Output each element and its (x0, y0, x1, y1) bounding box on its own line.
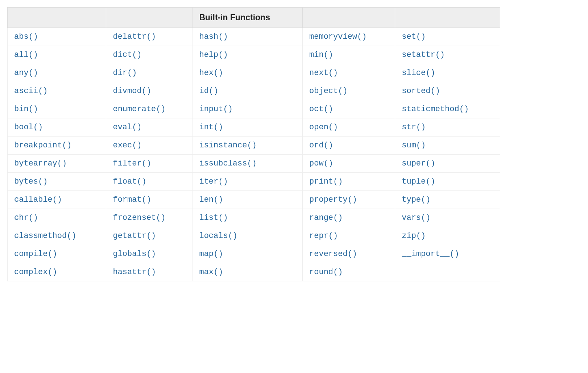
table-row: bytes()float()iter()print()tuple() (8, 173, 500, 191)
function-link[interactable]: frozenset() (113, 213, 165, 222)
function-link[interactable]: divmod() (113, 87, 151, 96)
function-link[interactable]: next() (309, 68, 338, 77)
function-link[interactable]: set() (402, 32, 426, 41)
function-cell: bytes() (8, 173, 106, 191)
function-link[interactable]: delattr() (113, 32, 156, 41)
function-cell: issubclass() (192, 155, 303, 173)
builtin-functions-table: Built-in Functions abs()delattr()hash()m… (7, 7, 500, 281)
function-link[interactable]: filter() (113, 159, 151, 168)
function-link[interactable]: enumerate() (113, 105, 165, 114)
function-link[interactable]: memoryview() (309, 32, 367, 41)
function-link[interactable]: eval() (113, 123, 141, 132)
function-link[interactable]: tuple() (402, 177, 435, 186)
function-link[interactable]: oct() (309, 105, 333, 114)
function-cell: input() (192, 100, 303, 118)
function-link[interactable]: bytes() (14, 177, 47, 186)
function-link[interactable]: any() (14, 68, 38, 77)
function-link[interactable]: min() (309, 50, 333, 59)
function-link[interactable]: str() (402, 123, 426, 132)
function-cell: format() (106, 191, 192, 209)
function-link[interactable]: complex() (14, 268, 57, 277)
function-link[interactable]: locals() (199, 231, 237, 240)
table-header-row: Built-in Functions (8, 8, 500, 28)
function-link[interactable]: ord() (309, 141, 333, 150)
function-link[interactable]: map() (199, 250, 223, 259)
function-link[interactable]: hex() (199, 68, 223, 77)
function-cell: bin() (8, 100, 106, 118)
function-link[interactable]: iter() (199, 177, 228, 186)
function-link[interactable]: compile() (14, 250, 57, 259)
function-cell: float() (106, 173, 192, 191)
function-cell: callable() (8, 191, 106, 209)
function-cell: setattr() (395, 46, 500, 64)
function-link[interactable]: reversed() (309, 250, 357, 259)
function-link[interactable]: input() (199, 105, 232, 114)
function-cell: dict() (106, 46, 192, 64)
function-cell: isinstance() (192, 137, 303, 155)
function-link[interactable]: round() (309, 268, 343, 277)
function-link[interactable]: dir() (113, 68, 137, 77)
function-link[interactable]: float() (113, 177, 146, 186)
function-link[interactable]: dict() (113, 50, 141, 59)
function-link[interactable]: hasattr() (113, 268, 156, 277)
function-link[interactable]: breakpoint() (14, 141, 71, 150)
function-link[interactable]: super() (402, 159, 435, 168)
function-link[interactable]: issubclass() (199, 159, 256, 168)
function-link[interactable]: setattr() (402, 50, 445, 59)
function-link[interactable]: object() (309, 87, 348, 96)
function-link[interactable]: vars() (402, 213, 430, 222)
function-link[interactable]: open() (309, 123, 338, 132)
function-link[interactable]: exec() (113, 141, 141, 150)
function-link[interactable]: pow() (309, 159, 333, 168)
function-cell: min() (303, 46, 395, 64)
function-link[interactable]: __import__() (402, 250, 459, 259)
function-cell: breakpoint() (8, 137, 106, 155)
function-link[interactable]: sum() (402, 141, 426, 150)
function-link[interactable]: isinstance() (199, 141, 256, 150)
function-link[interactable]: globals() (113, 250, 156, 259)
function-link[interactable]: type() (402, 195, 430, 204)
function-link[interactable]: bytearray() (14, 159, 67, 168)
function-cell: set() (395, 28, 500, 46)
function-cell: ascii() (8, 82, 106, 100)
function-cell: object() (303, 82, 395, 100)
function-link[interactable]: len() (199, 195, 223, 204)
function-cell: max() (192, 263, 303, 281)
function-link[interactable]: all() (14, 50, 38, 59)
function-link[interactable]: classmethod() (14, 231, 76, 240)
function-link[interactable]: property() (309, 195, 357, 204)
function-link[interactable]: help() (199, 50, 228, 59)
function-link[interactable]: slice() (402, 68, 435, 77)
function-cell (395, 263, 500, 281)
function-link[interactable]: staticmethod() (402, 105, 469, 114)
function-cell: divmod() (106, 82, 192, 100)
function-link[interactable]: max() (199, 268, 223, 277)
function-link[interactable]: chr() (14, 213, 38, 222)
function-link[interactable]: hash() (199, 32, 228, 41)
function-cell: help() (192, 46, 303, 64)
function-cell: id() (192, 82, 303, 100)
function-link[interactable]: list() (199, 213, 228, 222)
function-link[interactable]: bin() (14, 105, 38, 114)
function-link[interactable]: range() (309, 213, 343, 222)
function-link[interactable]: ascii() (14, 87, 47, 96)
function-cell: hasattr() (106, 263, 192, 281)
function-link[interactable]: format() (113, 195, 151, 204)
function-cell: str() (395, 118, 500, 137)
function-link[interactable]: zip() (402, 231, 426, 240)
function-cell: memoryview() (303, 28, 395, 46)
function-link[interactable]: abs() (14, 32, 38, 41)
function-link[interactable]: sorted() (402, 87, 440, 96)
function-link[interactable]: int() (199, 123, 223, 132)
function-link[interactable]: repr() (309, 231, 338, 240)
function-cell: type() (395, 191, 500, 209)
function-cell: sum() (395, 137, 500, 155)
function-cell: print() (303, 173, 395, 191)
function-link[interactable]: bool() (14, 123, 43, 132)
function-link[interactable]: id() (199, 87, 218, 96)
function-link[interactable]: print() (309, 177, 343, 186)
function-cell: getattr() (106, 227, 192, 245)
function-link[interactable]: callable() (14, 195, 62, 204)
function-link[interactable]: getattr() (113, 231, 156, 240)
function-cell: chr() (8, 209, 106, 227)
